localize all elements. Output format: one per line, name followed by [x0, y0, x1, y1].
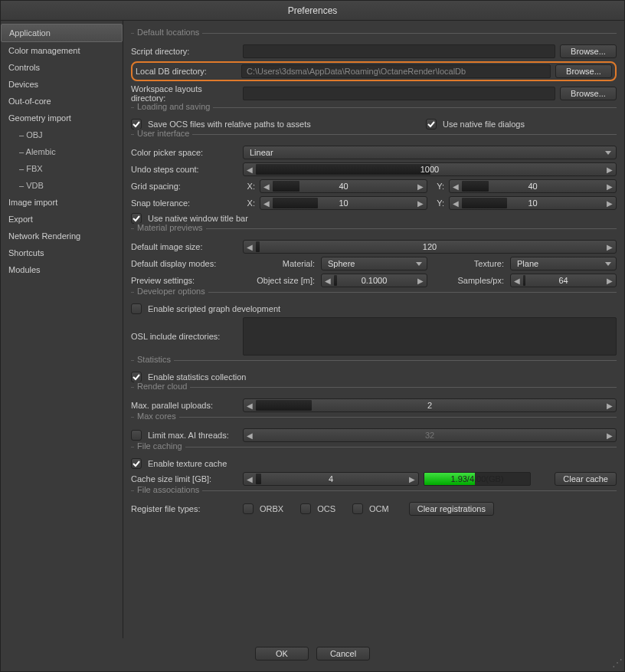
osl-include-input[interactable] [243, 317, 617, 356]
window-title: Preferences [1, 1, 624, 21]
stats-label: Enable statistics collection [148, 372, 246, 382]
sidebar-item-11[interactable]: Export [1, 211, 123, 228]
label-y2: Y: [432, 198, 444, 208]
section-loading-saving: Loading and saving [134, 102, 213, 111]
undo-steps-slider[interactable]: ◀ 1000 ▶ [243, 162, 617, 176]
section-developer-options: Developer options [134, 287, 208, 296]
section-statistics: Statistics [134, 355, 174, 364]
native-dialogs-label: Use native file dialogs [443, 120, 525, 129]
limit-ai-checkbox[interactable]: Limit max. AI threads: [131, 430, 238, 441]
label-osl-include: OSL include directories: [131, 332, 238, 341]
samples-slider[interactable]: ◀64▶ [510, 274, 617, 287]
local-db-input[interactable]: C:\Users\3dsma\AppData\Roaming\OctaneRen… [241, 64, 551, 78]
save-ocs-checkbox[interactable]: Save OCS files with relative paths to as… [131, 119, 311, 129]
native-titlebar-label: Use native window title bar [148, 214, 248, 223]
local-db-row-highlight: Local DB directory: C:\Users\3dsma\AppDa… [131, 61, 617, 81]
texture-dropdown[interactable]: Plane [510, 257, 617, 270]
label-snap-tol: Snap tolerance: [131, 198, 238, 208]
sidebar-item-8[interactable]: – FBX [1, 160, 123, 177]
label-x2: X: [243, 198, 255, 208]
cache-size-slider[interactable]: ◀4▶ [243, 472, 419, 486]
sidebar-item-9[interactable]: – VDB [1, 177, 123, 194]
label-workspace-layouts: Workspace layouts directory: [131, 84, 238, 103]
ai-threads-slider: ◀32▶ [243, 428, 617, 442]
script-dir-input[interactable] [243, 44, 555, 58]
label-grid-spacing: Grid spacing: [131, 182, 238, 191]
clear-registrations-button[interactable]: Clear registrations [409, 502, 494, 516]
sidebar-item-1[interactable]: Color management [1, 42, 123, 59]
label-cache-size: Cache size limit [GB]: [131, 474, 238, 484]
label-local-db: Local DB directory: [136, 67, 237, 76]
label-texture: Texture: [432, 259, 506, 268]
label-preview-settings: Preview settings: [131, 276, 238, 285]
grid-x-slider[interactable]: ◀40▶ [260, 179, 427, 193]
scripted-graph-label: Enable scripted graph development [148, 304, 280, 313]
native-titlebar-checkbox[interactable]: Use native window title bar [131, 213, 248, 224]
ocm-checkbox[interactable]: OCM [352, 503, 389, 514]
browse-local-db-button[interactable]: Browse... [555, 64, 612, 78]
texture-cache-label: Enable texture cache [148, 459, 227, 468]
label-object-size: Object size [m]: [243, 276, 316, 285]
sidebar-item-13[interactable]: Shortcuts [1, 244, 123, 261]
section-file-associations: File associations [134, 485, 202, 494]
uploads-slider[interactable]: ◀2▶ [243, 398, 617, 412]
label-default-img-size: Default image size: [131, 242, 238, 251]
label-script-dir: Script directory: [131, 47, 238, 56]
section-max-cores: Max cores [134, 411, 179, 421]
cache-usage-progress: 1.93/4.00(GB) [424, 472, 531, 486]
browse-workspace-button[interactable]: Browse... [560, 87, 617, 100]
sidebar-item-6[interactable]: – OBJ [1, 126, 123, 143]
snap-x-slider[interactable]: ◀10▶ [260, 196, 427, 210]
label-samples-px: Samples/px: [432, 276, 506, 285]
label-register-types: Register file types: [131, 504, 238, 513]
section-material-previews: Material previews [134, 223, 206, 232]
sidebar-item-7[interactable]: – Alembic [1, 143, 123, 160]
snap-y-slider[interactable]: ◀10▶ [449, 196, 617, 210]
sidebar-item-10[interactable]: Image import [1, 194, 123, 211]
limit-ai-label: Limit max. AI threads: [148, 431, 229, 440]
grid-y-slider[interactable]: ◀40▶ [449, 179, 617, 193]
workspace-layouts-input[interactable] [243, 87, 555, 100]
label-color-picker: Color picker space: [131, 148, 238, 157]
img-size-slider[interactable]: ◀120▶ [243, 240, 617, 254]
content-panel: Default locations Script directory: Brow… [123, 21, 624, 638]
ocs-checkbox[interactable]: OCS [300, 503, 335, 514]
resize-grip-icon[interactable]: ⋰ [612, 659, 623, 670]
sidebar-item-3[interactable]: Devices [1, 76, 123, 93]
browse-script-dir-button[interactable]: Browse... [560, 44, 617, 58]
sidebar-item-4[interactable]: Out-of-core [1, 93, 123, 110]
object-size-slider[interactable]: ◀0.1000▶ [321, 274, 427, 287]
sidebar-item-2[interactable]: Controls [1, 59, 123, 76]
section-default-locations: Default locations [134, 28, 202, 37]
clear-cache-button[interactable]: Clear cache [555, 472, 617, 486]
footer: OK Cancel [1, 638, 624, 669]
stats-checkbox[interactable]: Enable statistics collection [131, 372, 246, 382]
save-ocs-label: Save OCS files with relative paths to as… [148, 120, 311, 129]
cancel-button[interactable]: Cancel [316, 647, 370, 661]
ok-button[interactable]: OK [255, 647, 309, 661]
label-x: X: [243, 182, 255, 191]
sidebar: ApplicationColor managementControlsDevic… [1, 21, 123, 638]
orbx-checkbox[interactable]: ORBX [243, 503, 283, 514]
color-picker-dropdown[interactable]: Linear [243, 146, 617, 159]
native-dialogs-checkbox[interactable]: Use native file dialogs [426, 119, 525, 129]
sidebar-item-0[interactable]: Application [1, 24, 123, 42]
label-max-uploads: Max. parallel uploads: [131, 401, 238, 410]
section-render-cloud: Render cloud [134, 382, 190, 391]
scripted-graph-checkbox[interactable]: Enable scripted graph development [131, 303, 280, 314]
material-dropdown[interactable]: Sphere [321, 257, 427, 270]
label-undo-steps: Undo steps count: [131, 165, 238, 174]
label-material: Material: [243, 259, 316, 268]
section-file-caching: File caching [134, 441, 185, 451]
label-y: Y: [432, 182, 444, 191]
sidebar-item-12[interactable]: Network Rendering [1, 228, 123, 244]
texture-cache-checkbox[interactable]: Enable texture cache [131, 458, 227, 469]
section-user-interface: User interface [134, 129, 192, 138]
label-display-modes: Default display modes: [131, 259, 238, 268]
sidebar-item-5[interactable]: Geometry import [1, 110, 123, 126]
sidebar-item-14[interactable]: Modules [1, 261, 123, 278]
